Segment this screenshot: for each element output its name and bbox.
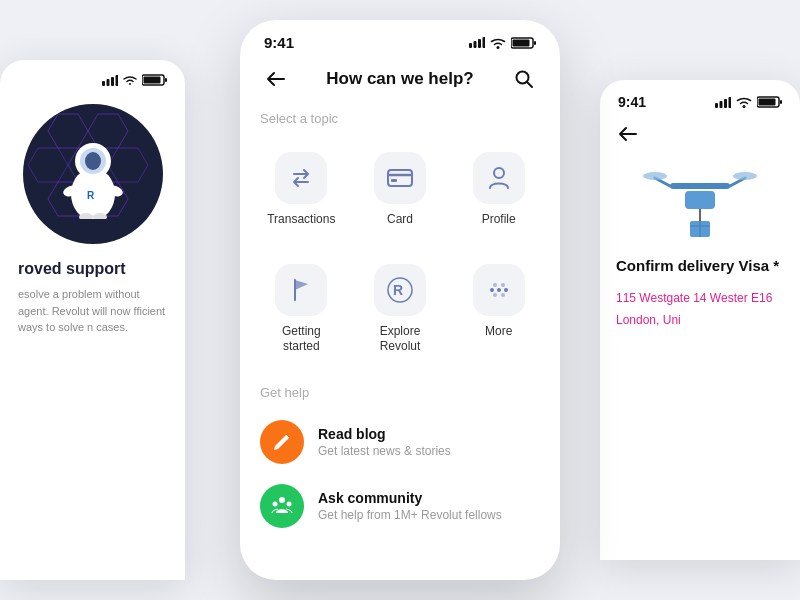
transactions-label: Transactions [267,212,335,228]
topic-more[interactable]: More [453,250,544,369]
back-button[interactable] [260,63,292,95]
right-status-icons [715,94,782,110]
svg-point-17 [85,152,101,170]
flag-icon [290,278,312,302]
astronaut-figure: R [53,129,133,219]
signal-icon [102,75,118,86]
svg-rect-23 [469,43,472,48]
svg-rect-25 [478,39,481,48]
svg-rect-58 [685,191,715,209]
svg-text:R: R [393,282,403,298]
left-panel-body: esolve a problem without agent. Revolut … [18,286,167,336]
revolut-logo-icon: R [386,276,414,304]
delivery-title: Confirm delivery Visa * [600,255,800,276]
help-items-list: Read blog Get latest news & stories Ask … [240,410,560,538]
delivery-address: 115 Westgate 14 Wester E16 London, Uni [600,276,800,331]
pencil-icon [272,432,292,452]
left-panel-text: roved support esolve a problem without a… [0,260,185,336]
topic-card[interactable]: Card [355,138,446,242]
astronaut-illustration: R [23,104,163,244]
left-panel: R roved support esolve a problem without… [0,60,185,580]
svg-line-32 [527,82,532,87]
drone-svg [640,163,760,243]
svg-point-44 [501,283,505,287]
right-wifi-icon [736,96,752,108]
more-dots-icon [487,278,511,302]
right-time: 9:41 [618,94,646,110]
revolut-icon-wrapper: R [374,264,426,316]
card-icon [387,168,413,188]
right-panel: 9:41 [600,80,800,560]
search-icon [514,69,534,89]
topic-profile[interactable]: Profile [453,138,544,242]
svg-rect-29 [513,39,530,46]
phone-header: How can we help? [240,55,560,107]
right-back-arrow-icon [618,126,638,142]
drone-illustration [600,163,800,243]
svg-rect-2 [111,77,114,86]
center-signal-icon [469,37,485,48]
svg-point-43 [493,283,497,287]
svg-point-48 [273,501,278,506]
svg-rect-0 [102,81,105,86]
help-item-community[interactable]: Ask community Get help from 1M+ Revolut … [256,474,544,538]
get-help-label: Get help [240,377,560,410]
right-signal-icon [715,97,731,108]
left-panel-title: roved support [18,260,167,278]
right-back-button[interactable] [600,118,800,155]
svg-point-54 [743,105,746,108]
center-battery-icon [511,37,536,49]
svg-point-36 [494,168,504,178]
blog-subtitle: Get latest news & stories [318,444,451,458]
center-wifi-icon [490,37,506,49]
topic-grid: Transactions Card Profile [240,138,560,377]
card-label: Card [387,212,413,228]
card-icon-wrapper [374,152,426,204]
help-item-blog[interactable]: Read blog Get latest news & stories [256,410,544,474]
blog-icon [260,420,304,464]
svg-text:R: R [87,190,95,201]
svg-rect-6 [165,78,167,82]
right-status-bar: 9:41 [600,80,800,118]
svg-rect-57 [780,100,782,104]
transactions-icon [275,152,327,204]
community-icon [260,484,304,528]
profile-icon-wrapper [473,152,525,204]
svg-rect-24 [474,41,477,48]
svg-rect-50 [715,103,718,108]
page-title: How can we help? [326,69,473,89]
svg-rect-56 [759,99,776,106]
topic-transactions[interactable]: Transactions [256,138,347,242]
svg-rect-53 [729,97,732,108]
search-button[interactable] [508,63,540,95]
left-status-bar [0,60,185,94]
getting-started-label: Getting started [264,324,339,355]
right-battery-icon [757,96,782,108]
more-label: More [485,324,512,340]
getting-started-icon-wrapper [275,264,327,316]
phone-status-icons [469,37,536,49]
svg-point-42 [504,288,508,292]
community-subtitle: Get help from 1M+ Revolut fellows [318,508,502,522]
community-title: Ask community [318,490,502,506]
topic-getting-started[interactable]: Getting started [256,250,347,369]
svg-rect-33 [388,170,412,186]
community-text: Ask community Get help from 1M+ Revolut … [318,490,502,522]
svg-point-47 [279,497,285,503]
left-status-icons [102,74,167,86]
svg-rect-52 [724,99,727,108]
svg-rect-5 [144,77,161,84]
svg-point-45 [493,293,497,297]
svg-point-41 [497,288,501,292]
blog-title: Read blog [318,426,451,442]
more-icon-wrapper [473,264,525,316]
svg-rect-30 [534,41,536,45]
svg-rect-3 [116,75,119,86]
explore-label: Explore Revolut [363,324,438,355]
svg-point-63 [733,172,757,180]
blog-text: Read blog Get latest news & stories [318,426,451,458]
delivery-title-text: Confirm delivery Visa * [616,257,779,274]
topic-explore[interactable]: R Explore Revolut [355,250,446,369]
profile-icon [488,166,510,190]
svg-rect-59 [670,183,730,189]
